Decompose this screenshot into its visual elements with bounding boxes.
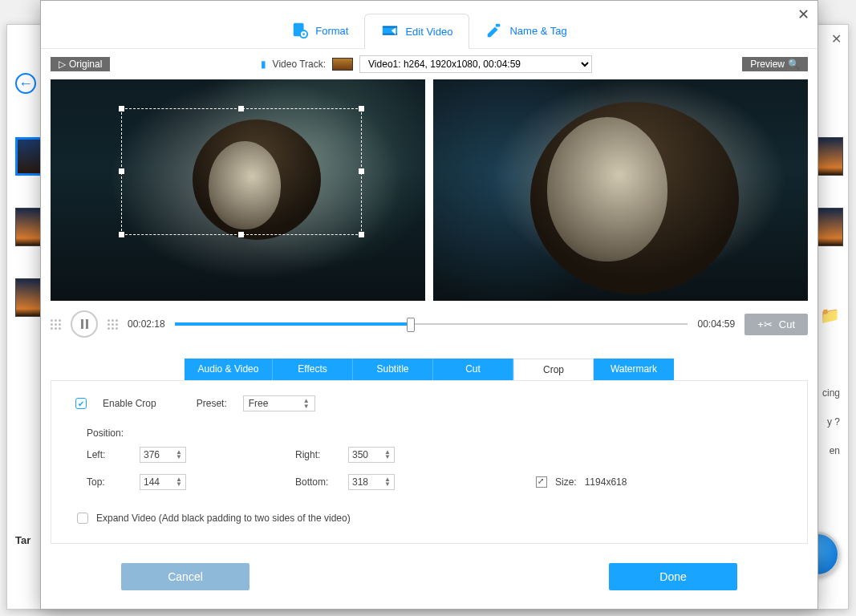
expand-video-checkbox[interactable]: ✔	[77, 513, 88, 524]
preset-value: Free	[249, 398, 269, 409]
film-icon: ▮	[261, 59, 266, 70]
preview-pane	[433, 79, 808, 301]
spin-value: 350	[352, 449, 368, 460]
preview-badge: Preview 🔍	[742, 57, 808, 71]
bottom-label: Bottom:	[295, 476, 340, 488]
bg-text: en	[830, 445, 840, 456]
crop-handle[interactable]	[359, 106, 364, 111]
svg-rect-6	[496, 24, 501, 27]
chevron-updown-icon: ▲▼	[176, 477, 182, 487]
preset-label: Preset:	[197, 398, 227, 409]
expand-video-label: Expand Video (Add black padding to two s…	[96, 513, 351, 524]
bg-text: cing	[822, 387, 840, 399]
tab-label: Edit Video	[405, 26, 452, 38]
top-spinner[interactable]: 144▲▼	[140, 474, 186, 490]
film-scissor-icon	[381, 22, 399, 40]
magnifier-icon: 🔍	[788, 59, 800, 70]
crop-handle[interactable]	[359, 168, 364, 174]
spin-value: 376	[144, 449, 160, 460]
crop-handle[interactable]	[119, 106, 124, 111]
tab-label: Name & Tag	[509, 25, 566, 37]
spin-value: 144	[144, 476, 160, 488]
subtab-effects[interactable]: Effects	[273, 359, 353, 380]
chevron-updown-icon: ▲▼	[384, 477, 391, 487]
pencil-tag-icon	[485, 22, 503, 39]
original-badge: ▷ Original	[51, 57, 110, 71]
video-track-row: ▷ Original ▮ Video Track: Video1: h264, …	[41, 49, 817, 79]
subtab-watermark[interactable]: Watermark	[594, 359, 674, 380]
subtab-cut[interactable]: Cut	[433, 359, 513, 380]
track-thumb-icon	[332, 58, 353, 71]
original-pane[interactable]	[51, 79, 425, 301]
parent-close-icon[interactable]: ✕	[831, 31, 842, 47]
chevron-updown-icon: ▲▼	[384, 450, 391, 460]
crop-handle[interactable]	[119, 168, 124, 174]
subtab-subtitle[interactable]: Subtitle	[353, 359, 433, 380]
crop-panel: ✔ Enable Crop Preset: Free ▲▼ Position: …	[51, 380, 808, 544]
close-icon[interactable]: ✕	[797, 6, 809, 23]
seek-slider[interactable]	[175, 318, 688, 330]
size-icon: ⤢	[536, 476, 547, 488]
crop-handle[interactable]	[359, 232, 364, 237]
svg-point-2	[302, 33, 305, 35]
bottom-spinner[interactable]: 318▲▼	[348, 474, 395, 490]
total-time: 00:04:59	[697, 318, 735, 330]
svg-rect-4	[383, 26, 397, 28]
size-value: 1194x618	[585, 476, 627, 488]
tab-name-tag[interactable]: Name & Tag	[469, 13, 582, 48]
grip-icon[interactable]	[51, 319, 61, 330]
grip-icon[interactable]	[108, 319, 118, 330]
chevron-updown-icon: ▲▼	[303, 398, 310, 409]
edit-video-dialog: ✕ Format Edit Video Name & Tag ▷ Origina…	[40, 0, 818, 610]
gear-page-icon	[291, 22, 309, 39]
seek-thumb[interactable]	[407, 318, 415, 332]
left-label: Left:	[87, 449, 132, 460]
plus-scissor-icon: +✂	[757, 318, 773, 330]
tab-format[interactable]: Format	[275, 13, 364, 48]
top-label: Top:	[87, 476, 132, 488]
sub-tabs: Audio & Video Effects Subtitle Cut Crop …	[51, 359, 808, 380]
badge-text: Preview	[750, 59, 785, 70]
cut-label: Cut	[779, 318, 795, 330]
badge-text: Original	[69, 59, 102, 70]
dialog-footer: Cancel Done	[41, 544, 817, 590]
enable-crop-label: Enable Crop	[103, 398, 156, 409]
timeline: 00:02:18 00:04:59 +✂ Cut	[41, 301, 817, 341]
crop-rectangle[interactable]	[121, 108, 362, 235]
play-triangle-icon: ▷	[59, 59, 66, 70]
right-spinner[interactable]: 350▲▼	[348, 447, 395, 463]
tab-edit-video[interactable]: Edit Video	[364, 14, 469, 49]
tab-label: Format	[315, 25, 348, 37]
preset-select[interactable]: Free ▲▼	[243, 395, 315, 411]
subtab-crop[interactable]: Crop	[513, 359, 594, 380]
cut-button[interactable]: +✂ Cut	[744, 314, 808, 335]
top-tabs: Format Edit Video Name & Tag	[41, 1, 817, 49]
crop-handle[interactable]	[238, 232, 244, 237]
cancel-button[interactable]: Cancel	[121, 563, 249, 590]
current-time: 00:02:18	[128, 318, 165, 330]
spin-value: 318	[352, 476, 368, 488]
crop-handle[interactable]	[119, 232, 124, 237]
left-spinner[interactable]: 376▲▼	[140, 447, 186, 463]
preview-row	[41, 79, 817, 301]
video-track-select[interactable]: Video1: h264, 1920x1080, 00:04:59	[359, 55, 592, 73]
bg-text: y ?	[827, 416, 840, 428]
chevron-updown-icon: ▲▼	[176, 450, 182, 460]
subtab-audio-video[interactable]: Audio & Video	[185, 359, 273, 380]
enable-crop-checkbox[interactable]: ✔	[75, 398, 87, 409]
folder-icon[interactable]: 📁	[820, 306, 840, 325]
right-label: Right:	[295, 449, 340, 460]
track-label: Video Track:	[273, 59, 326, 70]
done-button[interactable]: Done	[609, 563, 737, 590]
position-label: Position:	[87, 428, 783, 439]
pause-button[interactable]	[71, 310, 98, 338]
back-button[interactable]: ←	[15, 73, 36, 94]
crop-handle[interactable]	[238, 106, 244, 111]
target-label: Tar	[15, 534, 30, 546]
size-label: Size:	[555, 476, 577, 488]
